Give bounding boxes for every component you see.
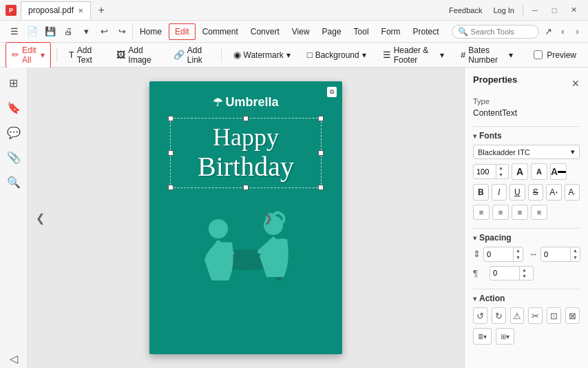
sidebar-item-search[interactable]: 🔍	[4, 172, 23, 192]
menu-form[interactable]: Form	[376, 24, 406, 39]
para-spacing-input[interactable]: ▲ ▼	[490, 266, 534, 281]
font-family-dropdown[interactable]: Blackadder ITC ▾	[473, 145, 580, 159]
login-button[interactable]: Log In	[487, 5, 520, 16]
sidebar-item-attachments[interactable]: 📎	[4, 147, 23, 167]
add-link-button[interactable]: 🔗 Add Link	[167, 42, 216, 68]
prev-page-arrow[interactable]: ❮	[30, 206, 50, 230]
prev-nav-icon[interactable]: ‹	[556, 24, 569, 39]
font-size-box[interactable]: ▲ ▼	[473, 164, 509, 179]
birthday-textbox[interactable]: Happy Birthday	[170, 118, 322, 188]
menu-comment[interactable]: Comment	[197, 24, 244, 39]
align-right-button[interactable]: ≡	[512, 205, 528, 220]
font-size-decrease-btn[interactable]: A	[531, 163, 547, 180]
flip-h-button[interactable]: ⚠	[510, 307, 525, 324]
edit-all-dropdown-icon[interactable]: ▾	[41, 50, 45, 60]
minimize-button[interactable]: ─	[526, 3, 544, 17]
print-button[interactable]: 🖨	[61, 24, 76, 39]
resize-handle-tr[interactable]	[318, 116, 324, 121]
char-spacing-up-icon[interactable]: ▲	[571, 247, 580, 254]
preview-button[interactable]: Preview	[527, 47, 582, 63]
resize-handle-bl[interactable]	[168, 185, 174, 190]
menu-protect[interactable]: Protect	[408, 24, 445, 39]
align-left-button[interactable]: ≡	[473, 205, 490, 220]
superscript-button[interactable]: A+	[546, 184, 562, 201]
document-tab[interactable]: proposal.pdf ✕	[21, 1, 91, 19]
menu-file[interactable]: ☰	[7, 24, 22, 39]
next-page-arrow[interactable]: ❯	[258, 206, 278, 230]
resize-handle-br[interactable]	[318, 185, 324, 190]
subscript-button[interactable]: A-	[565, 184, 580, 201]
para-spacing-value[interactable]	[490, 267, 519, 278]
font-size-increase-btn[interactable]: A	[512, 163, 528, 180]
char-spacing-value[interactable]	[541, 249, 570, 260]
collapse-sidebar-icon[interactable]: ◁	[4, 349, 23, 368]
line-spacing-down-icon[interactable]: ▼	[514, 254, 523, 261]
redo-button[interactable]: ↪	[114, 24, 129, 39]
bates-number-button[interactable]: # Bates Number ▾	[454, 42, 519, 68]
search-tools-input[interactable]	[471, 28, 533, 36]
font-size-up-icon[interactable]: ▲	[496, 165, 505, 172]
save-button[interactable]: 💾	[43, 24, 58, 39]
add-image-button[interactable]: 🖼 Add Image	[110, 42, 162, 68]
align-justify-button[interactable]: ≡	[531, 205, 547, 220]
extract-button[interactable]: ⊠	[565, 307, 580, 324]
bold-button[interactable]: B	[473, 184, 489, 201]
maximize-button[interactable]: □	[545, 3, 563, 17]
dropdown-more[interactable]: ▾	[78, 24, 94, 39]
menu-tool[interactable]: Tool	[348, 24, 375, 39]
preview-checkbox[interactable]	[534, 50, 543, 59]
open-button[interactable]: 📄	[25, 24, 40, 39]
char-spacing-down-icon[interactable]: ▼	[571, 254, 580, 261]
resize-handle-ml[interactable]	[168, 150, 174, 156]
watermark-button[interactable]: ◉ Watermark ▾	[227, 46, 297, 63]
sidebar-item-bookmarks[interactable]: 🔖	[4, 98, 23, 117]
sidebar-item-comments[interactable]: 💬	[4, 123, 23, 142]
sidebar-item-pages[interactable]: ⊞	[4, 73, 23, 92]
para-spacing-up-icon[interactable]: ▲	[520, 267, 529, 274]
resize-handle-tl[interactable]	[168, 116, 174, 121]
line-spacing-up-icon[interactable]: ▲	[514, 247, 523, 254]
resize-handle-tm[interactable]	[243, 116, 249, 121]
spacing-section-header[interactable]: ▾ Spacing	[473, 233, 580, 243]
tab-close-icon[interactable]: ✕	[78, 7, 83, 14]
fonts-section-header[interactable]: ▾ Fonts	[473, 131, 580, 141]
search-tools-box[interactable]: 🔍	[452, 25, 539, 39]
font-size-input[interactable]	[474, 166, 496, 177]
strikethrough-button[interactable]: S	[528, 184, 544, 201]
close-properties-icon[interactable]: ✕	[571, 78, 580, 89]
font-size-down-icon[interactable]: ▼	[496, 172, 505, 178]
link-action-button[interactable]: ≣▾	[473, 328, 492, 345]
page-copy-icon[interactable]: ⧉	[327, 87, 337, 97]
next-nav-icon[interactable]: ›	[571, 24, 584, 39]
resize-handle-bm[interactable]	[243, 185, 249, 190]
underline-button[interactable]: U	[510, 184, 525, 201]
align-center-button[interactable]: ≡	[492, 205, 509, 220]
menu-edit[interactable]: Edit	[169, 23, 196, 40]
flip-v-button[interactable]: ✂	[528, 307, 543, 324]
line-spacing-value[interactable]	[484, 249, 513, 260]
more-action-button[interactable]: ⊞▾	[496, 328, 514, 345]
action-section-header[interactable]: ▾ Action	[473, 294, 580, 303]
edit-all-button[interactable]: ✏ Edit All ▾	[6, 42, 51, 68]
undo-button[interactable]: ↩	[96, 24, 112, 39]
add-text-button[interactable]: T Add Text	[63, 42, 107, 68]
background-button[interactable]: □ Background ▾	[301, 46, 372, 63]
font-color-btn[interactable]: A	[550, 163, 567, 180]
resize-handle-mr[interactable]	[318, 150, 324, 156]
menu-view[interactable]: View	[286, 24, 315, 39]
para-spacing-down-icon[interactable]: ▼	[520, 273, 529, 280]
rotate-cw-button[interactable]: ↻	[492, 307, 506, 324]
close-button[interactable]: ✕	[565, 3, 582, 17]
new-tab-button[interactable]: +	[92, 1, 110, 19]
feedback-button[interactable]: Feedback	[443, 5, 487, 16]
menu-home[interactable]: Home	[134, 24, 167, 39]
header-footer-button[interactable]: ☰ Header & Footer ▾	[377, 42, 450, 68]
crop-button[interactable]: ⊡	[547, 307, 561, 324]
char-spacing-input[interactable]: ▲ ▼	[540, 247, 580, 262]
line-spacing-input[interactable]: ▲ ▼	[483, 247, 523, 262]
menu-page[interactable]: Page	[317, 24, 347, 39]
external-link-icon[interactable]: ↗	[542, 24, 555, 39]
menu-convert[interactable]: Convert	[245, 24, 285, 39]
rotate-ccw-button[interactable]: ↺	[473, 307, 487, 324]
italic-button[interactable]: I	[492, 184, 507, 201]
